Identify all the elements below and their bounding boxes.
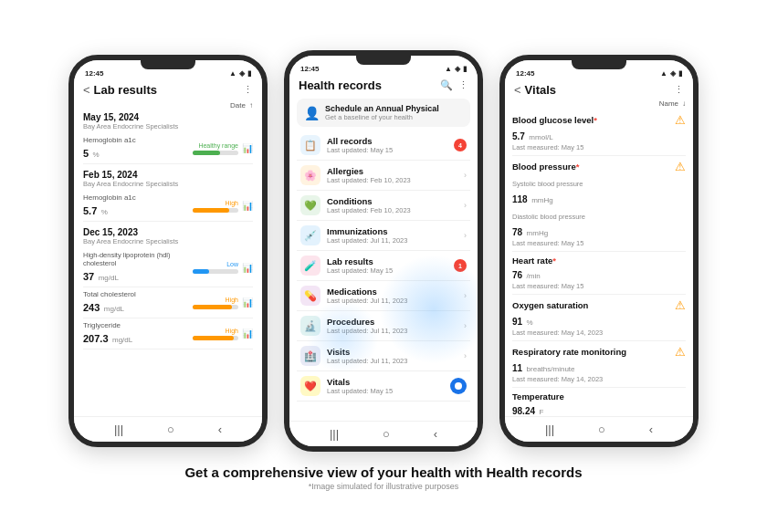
phone2-nav-home[interactable]: ○	[383, 427, 390, 441]
phone1-nav-home[interactable]: ○	[167, 422, 174, 436]
phone1-menu-icon[interactable]: ⋮	[243, 84, 253, 96]
record-allergies-icon: 🌸	[300, 165, 320, 185]
lab-item2-chart-icon: 📊	[242, 201, 253, 211]
vital-oxygen[interactable]: Oxygen saturation ⚠ 91 % Last measured: …	[512, 295, 686, 341]
lab-item3-bar-area: Low	[193, 261, 238, 274]
vital-rr-header: Respiratory rate monitoring ⚠	[512, 345, 686, 359]
lab-item3-bar-fill	[193, 269, 209, 274]
phone1-sort-row: Date ↑	[83, 101, 253, 110]
vital-bg-name: Blood glucose level*	[512, 115, 597, 125]
vital-rr-alert: ⚠	[675, 345, 686, 359]
lab-item3-unit: mg/dL	[99, 274, 119, 282]
record-vitals-left: ❤️ Vitals Last updated: May 15	[300, 376, 393, 396]
phone3-nav-home[interactable]: ○	[598, 422, 605, 436]
phone3-back-button[interactable]: <	[514, 83, 521, 97]
health-banner-title: Schedule an Annual Physical	[325, 104, 439, 113]
lab-item2-range: High	[226, 200, 238, 206]
lab-item5-range: High	[226, 328, 238, 334]
record-allergies[interactable]: 🌸 Allergies Last updated: Feb 10, 2023 ›	[297, 161, 470, 191]
lab-item3-bar	[193, 269, 238, 274]
record-immunizations[interactable]: 💉 Immunizations Last updated: Jul 11, 20…	[297, 221, 470, 251]
record-medications[interactable]: 💊 Medications Last updated: Jul 11, 2023…	[297, 281, 470, 311]
phone2-nav-lines[interactable]: |||	[330, 427, 339, 441]
health-banner-sub: Get a baseline of your health	[325, 113, 439, 121]
phone3-menu-icon[interactable]: ⋮	[674, 84, 684, 96]
sort-label[interactable]: Date	[230, 101, 246, 110]
record-medications-name: Medications	[327, 287, 407, 297]
record-visits[interactable]: 🏥 Visits Last updated: Jul 11, 2023 ›	[297, 341, 470, 371]
record-immunizations-icon: 💉	[300, 225, 320, 245]
lab-item4-value-row: 243 mg/dL	[83, 298, 193, 315]
phone1-nav-lines[interactable]: |||	[114, 422, 123, 436]
vital-o2-unit: %	[527, 318, 533, 327]
phone1-nav-back[interactable]: ‹	[218, 422, 222, 436]
vitals-sort-row: Name ↓	[512, 99, 686, 108]
record-allergies-name: Allergies	[327, 166, 411, 176]
record-procedures[interactable]: 🔬 Procedures Last updated: Jul 11, 2023 …	[297, 311, 470, 341]
phone3-nav-lines[interactable]: |||	[545, 422, 554, 436]
vital-bp-header: Blood pressure* ⚠	[512, 160, 686, 173]
phone2-search-icon[interactable]: 🔍	[440, 79, 453, 91]
phone1-time: 12:45	[85, 69, 103, 78]
lab-item-total-chol[interactable]: Total cholesterol 243 mg/dL High	[83, 287, 253, 318]
lab-item-hba1c-2[interactable]: Hemoglobin a1c 5.7 % High	[83, 191, 253, 222]
battery-icon: ▮	[247, 69, 251, 78]
lab-item4-unit: mg/dL	[104, 305, 124, 313]
record-medications-arrow: ›	[464, 291, 467, 300]
phone2-menu-icon[interactable]: ⋮	[458, 79, 468, 91]
phone3-nav-back[interactable]: ‹	[649, 422, 653, 436]
lab-item-triglyceride[interactable]: Triglyceride 207.3 mg/dL High	[83, 318, 253, 349]
phone2-nav: ||| ○ ‹	[289, 421, 478, 446]
lab-group2-date: Feb 15, 2024	[83, 170, 253, 180]
vitals-sort-icon[interactable]: ↓	[682, 99, 686, 108]
vital-blood-glucose[interactable]: Blood glucose level* ⚠ 5.7 mmol/L Last m…	[512, 110, 686, 156]
vitals-sort-label[interactable]: Name	[659, 99, 678, 108]
record-allergies-date: Last updated: Feb 10, 2023	[327, 176, 411, 184]
lab-group-2: Feb 15, 2024 Bay Area Endocrine Speciali…	[83, 170, 253, 222]
bottom-text-area: Get a comprehensive view of your health …	[184, 464, 582, 491]
lab-group1-provider: Bay Area Endocrine Specialists	[83, 122, 253, 130]
vital-rr-name: Respiratory rate monitoring	[512, 347, 626, 357]
record-lab[interactable]: 🧪 Lab results Last updated: May 15 1	[297, 251, 470, 281]
record-immunizations-name: Immunizations	[327, 226, 407, 236]
record-conditions[interactable]: 💚 Conditions Last updated: Feb 10, 2023 …	[297, 191, 470, 221]
vital-bg-value-row: 5.7 mmol/L	[512, 127, 686, 143]
bottom-disclaimer: *Image simulated for illustrative purpos…	[184, 482, 582, 491]
lab-item4-bar	[193, 305, 238, 309]
lab-item1-name: Hemoglobin a1c	[83, 136, 193, 144]
vital-o2-header: Oxygen saturation ⚠	[512, 298, 686, 312]
phone3-signal-icon: ▲	[660, 69, 667, 78]
vital-respiratory[interactable]: Respiratory rate monitoring ⚠ 11 breaths…	[512, 341, 686, 388]
lab-group2-provider: Bay Area Endocrine Specialists	[83, 180, 253, 188]
wifi-icon: ◈	[239, 69, 245, 78]
vital-bp-dia-label: Diastolic blood pressure	[512, 213, 585, 221]
lab-item-hba1c-1[interactable]: Hemoglobin a1c 5 % Healthy range	[83, 133, 253, 164]
phone3-header-left: < Vitals	[514, 83, 556, 97]
health-banner[interactable]: 👤 Schedule an Annual Physical Get a base…	[297, 99, 470, 127]
lab-item3-value: 37	[83, 271, 94, 282]
phone2-nav-back[interactable]: ‹	[434, 427, 437, 441]
vital-bp-dia-value: 78	[512, 227, 522, 237]
record-medications-date: Last updated: Jul 11, 2023	[327, 297, 407, 305]
record-all-name: All records	[327, 136, 393, 146]
record-vitals-dot-inner	[455, 382, 462, 390]
lab-group3-provider: Bay Area Endocrine Specialists	[83, 237, 253, 245]
phone2-screen: 12:45 ▲ ◈ ▮ Health records 🔍 ⋮	[289, 56, 478, 446]
record-all[interactable]: 📋 All records Last updated: May 15 4	[297, 130, 470, 161]
record-vitals[interactable]: ❤️ Vitals Last updated: May 15	[297, 371, 470, 402]
lab-item-hdl[interactable]: High-density lipoprotein (hdl) cholester…	[83, 248, 253, 287]
record-allergies-left: 🌸 Allergies Last updated: Feb 10, 2023	[300, 165, 411, 185]
vital-temperature[interactable]: Temperature 98.24 F Last measured: May 1…	[512, 388, 686, 416]
sort-icon[interactable]: ↑	[249, 101, 253, 110]
phone2-signal-icon: ▲	[445, 65, 452, 73]
phone1-title: Lab results	[94, 83, 157, 97]
vital-bg-value: 5.7	[512, 131, 525, 141]
vital-blood-pressure[interactable]: Blood pressure* ⚠ Systolic blood pressur…	[512, 156, 686, 252]
health-records-list: 📋 All records Last updated: May 15 4 🌸	[289, 130, 478, 421]
record-lab-left: 🧪 Lab results Last updated: May 15	[300, 256, 393, 276]
vital-rr-value-row: 11 breaths/minute	[512, 359, 686, 375]
vital-bg-header: Blood glucose level* ⚠	[512, 113, 686, 127]
record-medications-info: Medications Last updated: Jul 11, 2023	[327, 287, 407, 305]
phone1-back-button[interactable]: <	[83, 83, 90, 97]
vital-heart-rate[interactable]: Heart rate* 76 /min Last measured: May 1…	[512, 252, 686, 295]
